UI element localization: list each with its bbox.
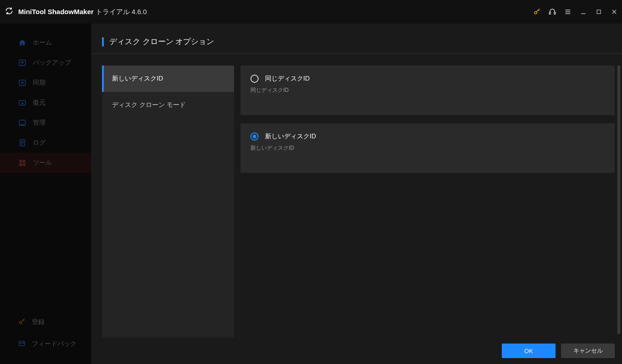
option-title: 新しいディスクID bbox=[265, 132, 316, 141]
svg-rect-11 bbox=[19, 80, 25, 86]
options-column: 同じディスクID 同じディスクID 新しいディスクID 新しいディスクID bbox=[240, 66, 615, 338]
sidebar-item-sync[interactable]: 同期 bbox=[0, 73, 91, 93]
ok-button-label: OK bbox=[525, 348, 533, 354]
home-icon bbox=[18, 39, 26, 47]
scrollbar-rail[interactable] bbox=[617, 66, 620, 334]
app-name: MiniTool ShadowMaker bbox=[18, 8, 94, 15]
app-edition: トライアル bbox=[96, 8, 130, 15]
dialog-header: ディスク クローン オプション bbox=[91, 24, 622, 54]
sidebar-item-label: 管理 bbox=[33, 119, 46, 127]
radio-unselected-icon[interactable] bbox=[250, 75, 259, 83]
maximize-button[interactable] bbox=[591, 0, 607, 24]
dialog-title: ディスク クローン オプション bbox=[109, 36, 214, 47]
restore-icon bbox=[18, 99, 26, 107]
category-label: ディスク クローン モード bbox=[112, 101, 186, 109]
sidebar-item-log[interactable]: ログ bbox=[0, 133, 91, 153]
log-icon bbox=[18, 139, 26, 147]
category-label: 新しいディスクID bbox=[112, 75, 163, 83]
svg-rect-21 bbox=[19, 163, 22, 166]
sidebar-register[interactable]: 登録 bbox=[0, 311, 91, 333]
sidebar-item-backup[interactable]: バックアップ bbox=[0, 53, 91, 73]
tools-icon bbox=[18, 159, 26, 167]
sidebar-item-label: ホーム bbox=[33, 39, 52, 47]
option-new-disk-id[interactable]: 新しいディスクID 新しいディスクID bbox=[240, 123, 615, 173]
sidebar-nav: ホーム バックアップ 同期 復元 管理 bbox=[0, 33, 91, 173]
option-same-disk-id[interactable]: 同じディスクID 同じディスクID bbox=[240, 66, 615, 115]
dialog-body: 新しいディスクID ディスク クローン モード 同じディスクID 同じディスクI… bbox=[91, 54, 622, 338]
sync-icon bbox=[18, 79, 26, 87]
svg-rect-13 bbox=[19, 120, 25, 125]
mail-icon bbox=[18, 340, 25, 349]
sidebar-item-home[interactable]: ホーム bbox=[0, 33, 91, 53]
svg-rect-7 bbox=[597, 10, 601, 14]
app-version: 4.6.0 bbox=[132, 8, 147, 15]
sidebar-item-label: ツール bbox=[33, 159, 52, 167]
key-icon bbox=[18, 318, 25, 327]
app-logo-icon bbox=[5, 6, 14, 17]
option-desc: 同じディスクID bbox=[250, 86, 605, 94]
sidebar: ホーム バックアップ 同期 復元 管理 bbox=[0, 24, 91, 364]
sidebar-item-label: 同期 bbox=[33, 79, 46, 87]
cancel-button-label: キャンセル bbox=[573, 347, 603, 355]
option-desc: 新しいディスクID bbox=[250, 144, 605, 152]
sidebar-feedback-label: フィードバック bbox=[32, 340, 76, 348]
header-accent-bar bbox=[102, 37, 104, 46]
manage-icon bbox=[18, 119, 26, 127]
dialog-footer: OK キャンセル bbox=[91, 338, 622, 364]
titlebar-right bbox=[529, 0, 622, 24]
close-button[interactable] bbox=[607, 0, 622, 24]
titlebar-left: MiniTool ShadowMaker トライアル 4.6.0 bbox=[5, 6, 147, 17]
backup-icon bbox=[18, 59, 26, 67]
license-key-button[interactable] bbox=[529, 0, 545, 24]
sidebar-item-label: 復元 bbox=[33, 99, 46, 107]
titlebar: MiniTool ShadowMaker トライアル 4.6.0 bbox=[0, 0, 622, 24]
app-title: MiniTool ShadowMaker トライアル 4.6.0 bbox=[18, 8, 147, 16]
category-disk-clone-mode[interactable]: ディスク クローン モード bbox=[102, 92, 234, 118]
svg-rect-2 bbox=[554, 12, 556, 15]
svg-rect-22 bbox=[23, 163, 25, 166]
svg-rect-19 bbox=[19, 160, 22, 162]
sidebar-item-restore[interactable]: 復元 bbox=[0, 93, 91, 113]
sidebar-bottom: 登録 フィードバック bbox=[0, 311, 91, 364]
minimize-button[interactable] bbox=[576, 0, 591, 24]
cancel-button[interactable]: キャンセル bbox=[561, 344, 615, 358]
sidebar-item-label: バックアップ bbox=[33, 59, 71, 67]
category-list: 新しいディスクID ディスク クローン モード bbox=[102, 66, 234, 338]
menu-button[interactable] bbox=[560, 0, 576, 24]
support-button[interactable] bbox=[545, 0, 560, 24]
sidebar-item-label: ログ bbox=[33, 139, 46, 147]
sidebar-item-manage[interactable]: 管理 bbox=[0, 113, 91, 133]
svg-rect-1 bbox=[549, 12, 551, 15]
category-new-disk-id[interactable]: 新しいディスクID bbox=[102, 66, 234, 92]
sidebar-register-label: 登録 bbox=[32, 318, 45, 326]
svg-rect-20 bbox=[23, 160, 25, 162]
dialog-disk-clone-options: ディスク クローン オプション 新しいディスクID ディスク クローン モード … bbox=[91, 24, 622, 364]
option-title: 同じディスクID bbox=[265, 75, 310, 83]
ok-button[interactable]: OK bbox=[502, 344, 556, 358]
sidebar-feedback[interactable]: フィードバック bbox=[0, 333, 91, 355]
sidebar-item-tools[interactable]: ツール bbox=[0, 153, 91, 173]
radio-selected-icon[interactable] bbox=[250, 132, 259, 141]
